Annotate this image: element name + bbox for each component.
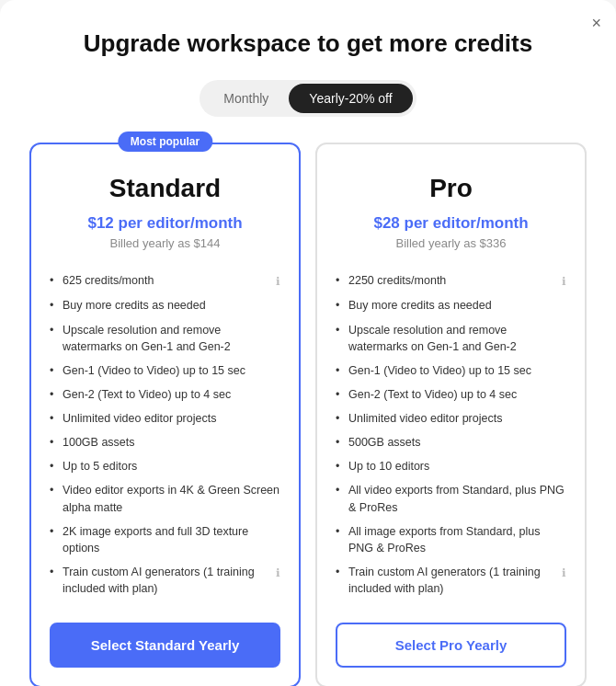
feature-item: Gen-2 (Text to Video) up to 4 sec — [336, 383, 566, 406]
feature-item: Buy more credits as needed — [336, 293, 566, 317]
feature-item: Up to 5 editors — [50, 454, 280, 478]
feature-text: Train custom AI generators (1 training i… — [63, 564, 272, 597]
feature-item: 625 credits/month ℹ — [50, 269, 280, 293]
feature-item: 2250 credits/month ℹ — [336, 269, 566, 293]
feature-item: Upscale resolution and remove watermarks… — [336, 318, 566, 359]
plans-container: Most popularStandard$12 per editor/month… — [29, 143, 587, 686]
feature-item: 2K image exports and full 3D texture opt… — [50, 520, 280, 560]
features-list-pro: 2250 credits/month ℹ Buy more credits as… — [336, 269, 566, 600]
feature-item: Gen-1 (Video to Video) up to 15 sec — [336, 359, 566, 383]
most-popular-badge: Most popular — [118, 131, 212, 152]
feature-item: Video editor exports in 4K & Green Scree… — [50, 478, 280, 519]
feature-text: Gen-1 (Video to Video) up to 15 sec — [348, 362, 566, 379]
feature-item: All video exports from Standard, plus PN… — [336, 478, 566, 519]
feature-item: Gen-1 (Video to Video) up to 15 sec — [50, 359, 280, 383]
feature-item: Unlimited video editor projects — [336, 406, 566, 430]
plan-card-pro: Pro$28 per editor/monthBilled yearly as … — [315, 143, 587, 686]
plan-name-pro: Pro — [336, 174, 566, 203]
yearly-toggle[interactable]: Yearly-20% off — [289, 84, 412, 113]
select-pro-button[interactable]: Select Pro Yearly — [336, 623, 566, 668]
feature-text: Up to 5 editors — [63, 458, 280, 474]
feature-text: Gen-2 (Text to Video) up to 4 sec — [348, 386, 566, 403]
feature-text: 2250 credits/month — [348, 272, 558, 289]
monthly-toggle[interactable]: Monthly — [203, 84, 289, 113]
modal-title: Upgrade workspace to get more credits — [29, 29, 587, 58]
info-icon: ℹ — [276, 274, 280, 290]
feature-text: 100GB assets — [63, 434, 280, 451]
billing-toggle: Monthly Yearly-20% off — [200, 80, 416, 117]
info-icon: ℹ — [562, 274, 566, 290]
feature-text: 2K image exports and full 3D texture opt… — [63, 523, 280, 556]
feature-text: Upscale resolution and remove watermarks… — [63, 322, 280, 355]
feature-item: Up to 10 editors — [336, 454, 566, 478]
feature-text: Train custom AI generators (1 training i… — [348, 564, 558, 597]
feature-item: 500GB assets — [336, 430, 566, 454]
feature-text: 625 credits/month — [63, 272, 272, 289]
feature-item: Train custom AI generators (1 training i… — [50, 560, 280, 600]
info-icon: ℹ — [562, 566, 566, 581]
feature-item: Buy more credits as needed — [50, 293, 280, 317]
close-button[interactable]: × — [591, 15, 601, 31]
plan-billed-standard: Billed yearly as $144 — [50, 236, 280, 250]
feature-item: 100GB assets — [50, 430, 280, 454]
feature-item: Unlimited video editor projects — [50, 406, 280, 430]
feature-text: Buy more credits as needed — [348, 297, 566, 314]
plan-card-standard: Most popularStandard$12 per editor/month… — [29, 143, 301, 686]
feature-text: All image exports from Standard, plus PN… — [348, 523, 566, 556]
feature-item: All image exports from Standard, plus PN… — [336, 520, 566, 560]
feature-text: All video exports from Standard, plus PN… — [348, 482, 566, 515]
billing-toggle-container: Monthly Yearly-20% off — [29, 80, 587, 117]
plan-billed-pro: Billed yearly as $336 — [336, 236, 566, 250]
info-icon: ℹ — [276, 566, 280, 581]
select-standard-button[interactable]: Select Standard Yearly — [50, 623, 280, 668]
plan-name-standard: Standard — [50, 174, 280, 203]
plan-price-standard: $12 per editor/month — [50, 214, 280, 233]
feature-text: Upscale resolution and remove watermarks… — [348, 322, 566, 355]
feature-text: Buy more credits as needed — [63, 297, 280, 314]
feature-text: Gen-1 (Video to Video) up to 15 sec — [63, 362, 280, 379]
feature-text: Up to 10 editors — [348, 458, 566, 474]
feature-text: 500GB assets — [348, 434, 566, 451]
feature-text: Unlimited video editor projects — [348, 410, 566, 427]
feature-text: Unlimited video editor projects — [63, 410, 280, 427]
feature-item: Gen-2 (Text to Video) up to 4 sec — [50, 383, 280, 406]
feature-item: Train custom AI generators (1 training i… — [336, 560, 566, 600]
upgrade-modal: × Upgrade workspace to get more credits … — [0, 0, 616, 686]
feature-text: Video editor exports in 4K & Green Scree… — [63, 482, 280, 515]
feature-text: Gen-2 (Text to Video) up to 4 sec — [63, 386, 280, 403]
plan-price-pro: $28 per editor/month — [336, 214, 566, 233]
feature-item: Upscale resolution and remove watermarks… — [50, 318, 280, 359]
features-list-standard: 625 credits/month ℹ Buy more credits as … — [50, 269, 280, 600]
